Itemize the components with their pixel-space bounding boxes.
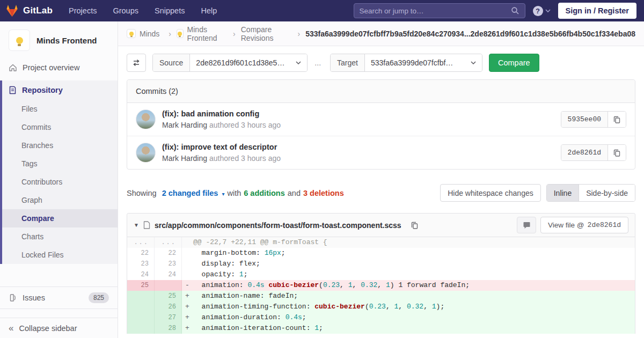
commit-sha-group: 2de8261d (561, 144, 626, 161)
commits-panel: Commits (2) (fix): bad animation config … (127, 79, 635, 170)
view-file-sha: 2de8261d (588, 221, 621, 229)
copy-icon (411, 221, 419, 230)
nav-menu-item[interactable]: Groups (113, 6, 138, 15)
sidebar-subitem[interactable]: Branches (2, 136, 118, 155)
code-cell: + animation-timing-function: cubic-bezie… (182, 302, 635, 312)
changed-files-label: 2 changed files (162, 189, 218, 197)
sidebar-item-label: Project overview (23, 63, 79, 72)
code-segment: ; (281, 249, 286, 257)
source-label: Source (153, 54, 190, 71)
old-line-number[interactable] (127, 312, 155, 323)
code-segments: @@ -22,7 +22,11 @@ m-formToast { (193, 238, 327, 246)
new-line-number[interactable]: 22 (155, 248, 182, 259)
code-segment: 0.4s (247, 281, 264, 289)
copy-sha-button[interactable] (608, 112, 626, 127)
nav-menu-item[interactable]: Help (201, 6, 217, 15)
source-dropdown[interactable]: 2de8261d9f601c1d38e5… (190, 54, 307, 71)
diff-file-path[interactable]: src/app/common/components/form-toast/for… (155, 221, 401, 230)
collapse-sidebar-button[interactable]: « Collapse sidebar (0, 318, 118, 338)
copy-icon (613, 115, 621, 124)
commit-texts: (fix): improve text of descriptor Mark H… (162, 143, 281, 163)
old-line-number[interactable]: 23 (127, 259, 155, 269)
new-line-number[interactable]: 27 (155, 312, 182, 323)
commit-title-link[interactable]: (fix): bad animation config (162, 109, 281, 118)
side-by-side-view-button[interactable]: Side-by-side (579, 185, 635, 201)
hide-whitespace-button[interactable]: Hide whitespace changes (440, 184, 541, 202)
help-menu[interactable]: ? (533, 6, 551, 16)
new-line-number[interactable]: 25 (155, 291, 182, 302)
new-line-number[interactable]: 23 (155, 259, 182, 269)
old-line-number[interactable]: ... (127, 237, 155, 248)
sidebar-item-repository[interactable]: Repository (2, 80, 118, 100)
code-segment: cubic-bezier (268, 281, 319, 289)
changed-files-dropdown[interactable]: 2 changed files ▾ (162, 189, 225, 197)
sidebar-subitem[interactable]: Tags (2, 155, 118, 173)
collapse-diff-caret-icon[interactable]: ▼ (134, 222, 139, 228)
diff-sign: + (185, 312, 193, 323)
code-segment: ) 1 forward fadeIn; (390, 281, 470, 289)
sidebar-item-issues[interactable]: Issues 825 (0, 286, 118, 309)
code-cell: + animation-name: fadeIn; (182, 291, 635, 302)
swap-revisions-button[interactable] (127, 54, 146, 72)
copy-path-button[interactable] (406, 221, 423, 230)
issues-icon (9, 293, 17, 302)
sidebar-subitem[interactable]: Graph (2, 191, 118, 209)
commit-title-link[interactable]: (fix): improve text of descriptor (162, 143, 281, 151)
sidebar-subitem[interactable]: Contributors (2, 173, 118, 191)
diff-line: ... ... @@ -22,7 +22,11 @@ m-formToast { (127, 237, 635, 248)
breadcrumb-item[interactable]: Compare Revisions (241, 25, 305, 42)
nav-menu-item[interactable]: Snippets (155, 6, 185, 15)
project-header[interactable]: Minds Frontend (0, 21, 118, 58)
new-line-number[interactable]: 24 (155, 269, 182, 280)
search-icon[interactable] (511, 6, 519, 15)
commit-author-link[interactable]: Mark Harding (162, 154, 207, 163)
lightbulb-icon (16, 37, 23, 44)
breadcrumb-item[interactable]: Minds (127, 29, 177, 38)
commit-author-link[interactable]: Mark Harding (162, 121, 207, 129)
sidebar-subitem[interactable]: Commits (2, 118, 118, 136)
sidebar-subitem[interactable]: Files (2, 100, 118, 118)
diff-summary-bar: Showing 2 changed files ▾ with 6 additio… (127, 184, 635, 202)
old-line-number[interactable] (127, 291, 155, 302)
source-group: Source 2de8261d9f601c1d38e5… (152, 54, 308, 72)
old-line-number[interactable] (127, 323, 155, 334)
code-cell: + animation-iteration-count: 1; (182, 323, 635, 334)
sign-in-button[interactable]: Sign in / Register (558, 3, 636, 19)
copy-sha-button[interactable] (608, 145, 626, 160)
code-segment: animation-duration: (193, 313, 286, 321)
source-value: 2de8261d9f601c1d38e5… (196, 58, 284, 67)
view-file-button[interactable]: View file @ 2de8261d (540, 217, 628, 233)
new-line-number[interactable] (155, 280, 182, 291)
gitlab-fox-icon (5, 4, 19, 17)
code-segment: 1 (314, 324, 319, 332)
inline-view-button[interactable]: Inline (547, 185, 579, 201)
old-line-number[interactable]: 25 (127, 280, 155, 291)
sidebar-subitem[interactable]: Charts (2, 227, 118, 246)
old-line-number[interactable] (127, 302, 155, 312)
toggle-comments-button[interactable] (517, 217, 536, 233)
author-avatar[interactable] (136, 143, 156, 163)
compare-button[interactable]: Compare (489, 54, 539, 72)
sidebar-subitem[interactable]: Locked Files (2, 246, 118, 264)
code-segment: 1 (348, 281, 353, 289)
code-segment: 1 (239, 270, 244, 278)
target-dropdown[interactable]: 533fa6a3999de07fcfbf… (365, 54, 482, 71)
diff-sign (185, 259, 193, 269)
search-input[interactable] (360, 7, 511, 15)
view-file-label: View file @ (548, 221, 584, 229)
new-line-number[interactable]: 28 (155, 323, 182, 334)
sidebar-subitem[interactable]: Compare (2, 209, 118, 227)
code-segment: 1 (432, 303, 436, 311)
old-line-number[interactable]: 24 (127, 269, 155, 280)
gitlab-home-link[interactable]: GitLab (5, 4, 53, 17)
repository-section: Repository Files Commits Branches Tags C… (0, 80, 118, 264)
old-line-number[interactable]: 22 (127, 248, 155, 259)
sidebar-item-project-overview[interactable]: Project overview (0, 58, 118, 77)
author-avatar[interactable] (136, 109, 156, 129)
new-line-number[interactable]: 26 (155, 302, 182, 312)
nav-menu-item[interactable]: Projects (69, 6, 97, 15)
new-line-number[interactable]: ... (155, 237, 182, 248)
diff-line: 27 + animation-duration: 0.4s; (127, 312, 635, 323)
code-segment: 1 (386, 281, 390, 289)
breadcrumb-item[interactable]: Minds Frontend (177, 25, 241, 42)
